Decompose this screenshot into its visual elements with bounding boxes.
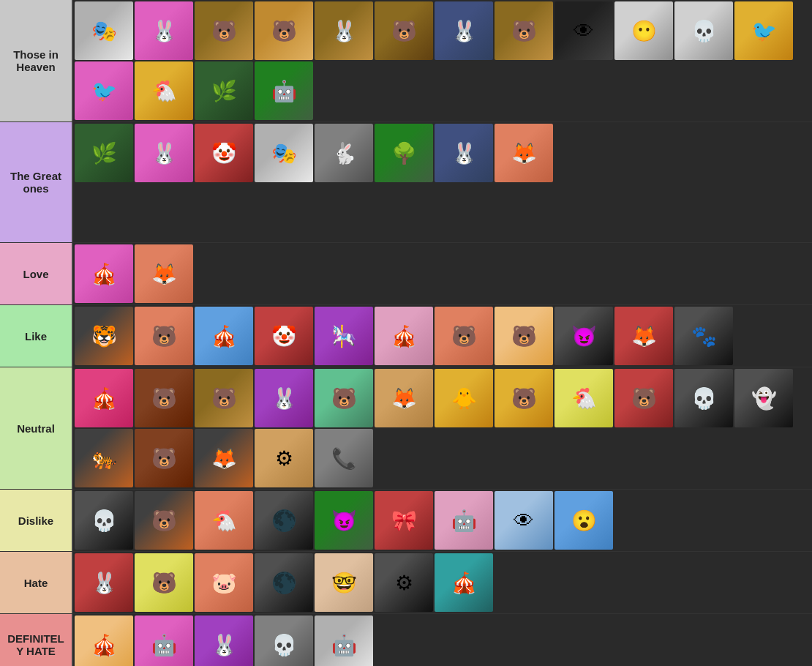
tier-items-defhate: 🎪🤖🐰💀🤖 xyxy=(73,614,812,666)
list-item[interactable]: 🎠 xyxy=(315,307,373,365)
tier-items-hate: 🐰🐻🐷🌑🤓⚙🎪 xyxy=(73,552,812,613)
tier-items-heaven: 🎭🐰🐻🐻🐰🐻🐰🐻👁😶💀🐦🐦🐔🌿🤖 xyxy=(73,0,812,121)
tier-row-neutral: Neutral🎪🐻🐻🐰🐻🦊🐥🐻🐔🐻💀👻🐅🐻🦊⚙📞 xyxy=(0,367,812,490)
list-item[interactable]: 👁 xyxy=(495,491,553,550)
list-item[interactable]: 🎀 xyxy=(375,491,433,550)
list-item[interactable]: 🐦 xyxy=(75,61,133,120)
list-item[interactable]: 🌳 xyxy=(375,124,433,182)
list-item[interactable]: 🐻 xyxy=(195,369,253,427)
list-item[interactable]: 🌿 xyxy=(195,61,253,120)
list-item[interactable]: 🐻 xyxy=(315,369,373,427)
list-item[interactable]: 💀 xyxy=(255,616,313,666)
tier-row-defhate: DEFINITELY HATE🎪🤖🐰💀🤖 xyxy=(0,614,812,666)
list-item[interactable]: 🎭 xyxy=(75,1,133,60)
tier-label-defhate: DEFINITELY HATE xyxy=(0,614,73,666)
tier-label-neutral: Neutral xyxy=(0,367,73,489)
list-item[interactable]: 🐰 xyxy=(135,1,193,60)
list-item[interactable]: 🦊 xyxy=(195,429,253,487)
list-item[interactable]: 🌿 xyxy=(75,124,133,182)
list-item[interactable]: 🎪 xyxy=(375,307,433,365)
list-item[interactable]: 🌑 xyxy=(255,553,313,612)
list-item[interactable]: 🤖 xyxy=(315,616,373,666)
list-item[interactable]: 🤖 xyxy=(435,491,493,550)
list-item[interactable]: 🐻 xyxy=(135,491,193,550)
list-item[interactable]: 🐇 xyxy=(315,124,373,182)
list-item[interactable]: 🐔 xyxy=(195,491,253,550)
list-item[interactable]: 🤓 xyxy=(315,553,373,612)
list-item[interactable]: 🐻 xyxy=(375,1,433,60)
list-item[interactable]: 🐥 xyxy=(435,369,493,427)
list-item[interactable]: 🐻 xyxy=(435,307,493,365)
list-item[interactable]: 👻 xyxy=(734,369,793,427)
list-item[interactable]: 🤖 xyxy=(255,61,313,120)
list-item[interactable]: 🌑 xyxy=(255,491,313,550)
list-item[interactable]: 💀 xyxy=(674,369,733,427)
list-item[interactable]: 🦊 xyxy=(495,124,553,182)
list-item[interactable]: 🎪 xyxy=(75,244,133,303)
tier-label-great: The Great ones xyxy=(0,122,73,242)
list-item[interactable]: 🐰 xyxy=(195,616,253,666)
list-item[interactable]: 🤡 xyxy=(255,307,313,365)
list-item[interactable]: 🐻 xyxy=(195,1,253,60)
list-item[interactable]: 🤖 xyxy=(135,616,193,666)
list-item[interactable]: 🐻 xyxy=(135,429,193,487)
list-item[interactable]: 💀 xyxy=(674,1,733,60)
list-item[interactable]: 🎭 xyxy=(255,124,313,182)
list-item[interactable]: 😈 xyxy=(555,307,613,365)
list-item[interactable]: 😈 xyxy=(315,491,373,550)
tier-row-dislike: Dislike💀🐻🐔🌑😈🎀🤖👁😮 xyxy=(0,490,812,552)
list-item[interactable]: 🎪 xyxy=(195,307,253,365)
tier-items-like: 🐯🐻🎪🤡🎠🎪🐻🐻😈🦊🐾 xyxy=(73,305,812,367)
list-item[interactable]: 🎪 xyxy=(435,553,493,612)
tier-row-great: The Great ones🌿🐰🤡🎭🐇🌳🐰🦊 xyxy=(0,122,812,243)
tier-row-love: Love🎪🦊 xyxy=(0,243,812,305)
list-item[interactable]: 🐻 xyxy=(135,307,193,365)
tier-row-like: Like🐯🐻🎪🤡🎠🎪🐻🐻😈🦊🐾 xyxy=(0,305,812,367)
tier-row-heaven: Those in Heaven🎭🐰🐻🐻🐰🐻🐰🐻👁😶💀🐦🐦🐔🌿🤖 xyxy=(0,0,812,122)
list-item[interactable]: ⚙ xyxy=(255,429,313,487)
list-item[interactable]: 🤡 xyxy=(195,124,253,182)
list-item[interactable]: 🐻 xyxy=(135,369,193,427)
tier-items-great: 🌿🐰🤡🎭🐇🌳🐰🦊 xyxy=(73,122,812,242)
list-item[interactable]: 🐾 xyxy=(674,307,733,365)
tier-list: Those in Heaven🎭🐰🐻🐻🐰🐻🐰🐻👁😶💀🐦🐦🐔🌿🤖The Great… xyxy=(0,0,812,666)
tier-items-love: 🎪🦊 xyxy=(73,243,812,304)
tier-label-like: Like xyxy=(0,305,73,367)
list-item[interactable]: 🐻 xyxy=(495,307,553,365)
list-item[interactable]: 🐔 xyxy=(555,369,613,427)
list-item[interactable]: 🐻 xyxy=(135,553,193,612)
list-item[interactable]: 🐰 xyxy=(75,553,133,612)
tier-items-dislike: 💀🐻🐔🌑😈🎀🤖👁😮 xyxy=(73,490,812,551)
tier-label-heaven: Those in Heaven xyxy=(0,0,73,121)
tier-label-love: Love xyxy=(0,243,73,304)
list-item[interactable]: 😮 xyxy=(555,491,613,550)
list-item[interactable]: 🐰 xyxy=(435,1,493,60)
list-item[interactable]: 🐻 xyxy=(255,1,313,60)
list-item[interactable]: 😶 xyxy=(614,1,673,60)
list-item[interactable]: 🐷 xyxy=(195,553,253,612)
list-item[interactable]: 🐰 xyxy=(315,1,373,60)
list-item[interactable]: 🎪 xyxy=(75,369,133,427)
list-item[interactable]: 🐦 xyxy=(734,1,793,60)
list-item[interactable]: 👁 xyxy=(555,1,613,60)
tier-label-dislike: Dislike xyxy=(0,490,73,551)
list-item[interactable]: 🐰 xyxy=(255,369,313,427)
list-item[interactable]: 💀 xyxy=(75,491,133,550)
list-item[interactable]: ⚙ xyxy=(375,553,433,612)
list-item[interactable]: 🐻 xyxy=(614,369,673,427)
tier-row-hate: Hate🐰🐻🐷🌑🤓⚙🎪 xyxy=(0,552,812,614)
list-item[interactable]: 🐅 xyxy=(75,429,133,487)
tier-items-neutral: 🎪🐻🐻🐰🐻🦊🐥🐻🐔🐻💀👻🐅🐻🦊⚙📞 xyxy=(73,367,812,489)
list-item[interactable]: 🐯 xyxy=(75,307,133,365)
list-item[interactable]: 🎪 xyxy=(75,616,133,666)
tier-label-hate: Hate xyxy=(0,552,73,613)
list-item[interactable]: 🐰 xyxy=(135,124,193,182)
list-item[interactable]: 📞 xyxy=(315,429,373,487)
list-item[interactable]: 🦊 xyxy=(614,307,673,365)
list-item[interactable]: 🐔 xyxy=(135,61,193,120)
list-item[interactable]: 🐰 xyxy=(435,124,493,182)
list-item[interactable]: 🦊 xyxy=(135,244,193,303)
list-item[interactable]: 🐻 xyxy=(495,369,553,427)
list-item[interactable]: 🦊 xyxy=(375,369,433,427)
list-item[interactable]: 🐻 xyxy=(495,1,553,60)
